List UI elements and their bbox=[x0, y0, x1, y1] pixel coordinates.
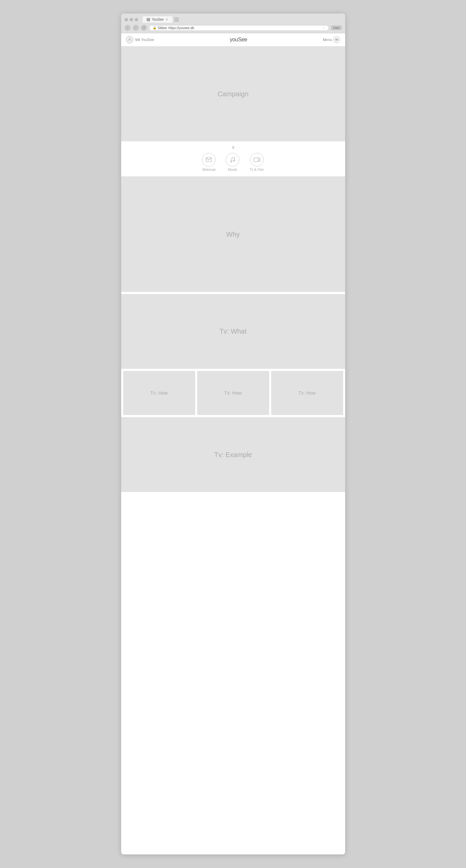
address-bar[interactable]: 🔒 Sikker https://yousee.dk ☆ bbox=[149, 25, 329, 31]
quicklink-tv-film[interactable]: Tv & Film bbox=[249, 153, 264, 172]
section-campaign: Campaign bbox=[121, 46, 345, 141]
section-tv-example: Tv: Example bbox=[121, 417, 345, 492]
tab-title: YouSee bbox=[152, 18, 164, 21]
svg-point-2 bbox=[231, 161, 232, 162]
tv-how-label-3: Tv: How bbox=[298, 390, 316, 396]
svg-point-3 bbox=[234, 160, 235, 161]
mi-yousee-label: Mit YouSee bbox=[135, 38, 154, 42]
tv-how-card-3: Tv: How bbox=[271, 371, 343, 415]
forward-button[interactable]: › bbox=[133, 25, 139, 31]
browser-window: YouSee ✕ ‹ › ↺ 🔒 Sikker https://yousee.d… bbox=[121, 14, 345, 854]
tv-what-label: Tv: What bbox=[219, 328, 246, 335]
traffic-lights bbox=[125, 18, 138, 21]
logo-you: you bbox=[230, 37, 238, 42]
tv-how-card-1: Tv: How bbox=[123, 371, 195, 415]
tv-film-icon bbox=[250, 153, 264, 166]
back-button[interactable]: ‹ bbox=[125, 25, 131, 31]
new-tab-button[interactable] bbox=[174, 17, 179, 22]
tv-film-label: Tv & Film bbox=[249, 168, 264, 172]
site-logo: youSee bbox=[230, 37, 247, 43]
webmail-icon bbox=[202, 153, 216, 166]
menu-button[interactable] bbox=[333, 36, 340, 43]
browser-controls: YouSee ✕ bbox=[125, 16, 342, 23]
traffic-light-maximize[interactable] bbox=[135, 18, 138, 21]
address-bar-row: ‹ › ↺ 🔒 Sikker https://yousee.dk ☆ User bbox=[125, 25, 342, 33]
traffic-light-minimize[interactable] bbox=[130, 18, 133, 21]
tv-how-card-2: Tv: How bbox=[197, 371, 269, 415]
musik-icon bbox=[226, 153, 239, 166]
quicklink-musik[interactable]: Musik bbox=[226, 153, 239, 172]
webmail-label: Webmail bbox=[202, 168, 216, 172]
svg-rect-4 bbox=[254, 158, 258, 162]
browser-tab[interactable]: YouSee ✕ bbox=[143, 16, 173, 23]
section-tv-what: Tv: What bbox=[121, 294, 345, 369]
menu-label: Menu bbox=[323, 38, 332, 42]
tv-how-label-1: Tv: How bbox=[150, 390, 168, 396]
tv-example-label: Tv: Example bbox=[214, 451, 252, 459]
tab-close-icon[interactable]: ✕ bbox=[166, 18, 168, 21]
musik-label: Musik bbox=[228, 168, 237, 172]
address-url: https://yousee.dk bbox=[168, 26, 194, 30]
refresh-button[interactable]: ↺ bbox=[141, 25, 147, 31]
nav-right: Menu bbox=[323, 36, 340, 43]
campaign-label: Campaign bbox=[218, 90, 248, 98]
menu-line-1 bbox=[335, 38, 338, 39]
quicklink-webmail[interactable]: Webmail bbox=[202, 153, 216, 172]
lock-icon: 🔒 bbox=[153, 26, 156, 29]
logo-see: See bbox=[238, 37, 247, 42]
why-label: Why bbox=[226, 231, 240, 238]
tab-favicon bbox=[147, 18, 150, 21]
tv-how-row: Tv: How Tv: How Tv: How bbox=[121, 369, 345, 417]
browser-chrome: YouSee ✕ ‹ › ↺ 🔒 Sikker https://yousee.d… bbox=[121, 14, 345, 33]
bookmark-icon[interactable]: ☆ bbox=[322, 26, 325, 30]
nav-left: Mit YouSee bbox=[126, 36, 154, 43]
avatar bbox=[126, 36, 133, 43]
quicklinks: Webmail Musik bbox=[202, 153, 264, 172]
chevron-down-icon[interactable]: ∨ bbox=[231, 145, 235, 150]
tv-how-label-2: Tv: How bbox=[224, 390, 242, 396]
menu-line-2 bbox=[335, 39, 338, 40]
quicklinks-bar: ∨ Webmail M bbox=[121, 141, 345, 177]
address-protocol: Sikker bbox=[158, 26, 167, 30]
menu-line-3 bbox=[335, 41, 338, 41]
traffic-light-close[interactable] bbox=[125, 18, 128, 21]
user-badge[interactable]: User bbox=[331, 25, 341, 30]
site-navbar: Mit YouSee youSee Menu bbox=[121, 33, 345, 46]
section-why: Why bbox=[121, 177, 345, 292]
